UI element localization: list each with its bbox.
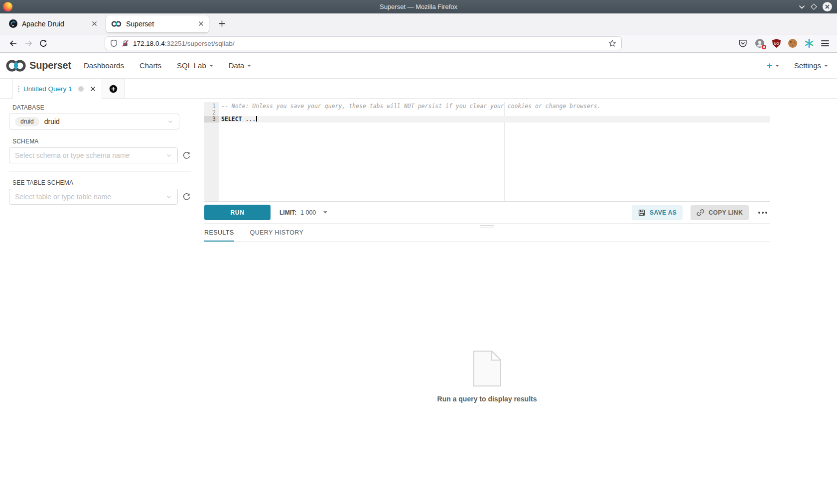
query-tab-active[interactable]: Untitled Query 1 — [12, 79, 102, 99]
tab-label: Superset — [126, 20, 154, 28]
link-icon — [697, 209, 704, 217]
database-select[interactable]: druid druid — [9, 114, 179, 129]
menu-hamburger-icon[interactable] — [821, 39, 829, 48]
superset-logo[interactable] — [5, 58, 27, 73]
new-item-button[interactable]: + — [767, 60, 779, 71]
refresh-table-icon[interactable] — [182, 193, 191, 201]
tab-close-icon[interactable] — [92, 21, 97, 26]
druid-favicon — [9, 19, 17, 28]
url-host: 172.18.0.4 — [133, 40, 165, 47]
back-button[interactable] — [6, 36, 21, 50]
window-maximize-icon[interactable] — [811, 3, 817, 10]
save-as-label: SAVE AS — [650, 209, 677, 216]
nav-item-sql-lab[interactable]: SQL Lab — [177, 61, 213, 70]
nav-item-charts[interactable]: Charts — [140, 61, 161, 70]
results-area: Run a query to display results — [204, 242, 770, 504]
schema-placeholder: Select schema or type schema name — [15, 151, 130, 159]
pocket-icon[interactable] — [738, 39, 747, 48]
pane-resize-handle[interactable] — [480, 225, 494, 228]
nav-label: Data — [229, 61, 245, 70]
query-status-dot — [78, 86, 84, 92]
chevron-down-icon — [167, 119, 173, 125]
sql-keyword: SELECT — [221, 116, 242, 123]
url-bar[interactable]: 172.18.0.4:32251/superset/sqllab/ — [105, 36, 622, 50]
table-select[interactable]: Select table or type table name — [9, 189, 178, 205]
plus-circle-icon — [109, 85, 118, 93]
brand-title[interactable]: Superset — [29, 60, 71, 71]
editor-toolbar: RUN LIMIT: 1 000 SAVE AS — [204, 202, 770, 224]
run-button[interactable]: RUN — [204, 205, 271, 220]
refresh-schema-icon[interactable] — [182, 151, 191, 160]
ublock-origin-icon[interactable]: UO — [772, 39, 781, 48]
code-text: ... — [242, 116, 256, 123]
code-blank-line — [219, 110, 770, 116]
asterisk-extension-icon[interactable] — [805, 39, 814, 48]
table-placeholder: Select table or type table name — [15, 193, 111, 201]
sqllab-editor-panel: 1 2 3 -- Note: Unless you save your quer… — [199, 99, 837, 504]
database-value: druid — [44, 118, 60, 126]
nav-label: SQL Lab — [177, 61, 206, 70]
tab-results[interactable]: RESULTS — [204, 229, 234, 242]
superset-navbar: Superset Dashboards Charts SQL Lab Data … — [0, 53, 837, 79]
nav-item-dashboards[interactable]: Dashboards — [84, 61, 124, 70]
new-tab-button[interactable] — [216, 17, 228, 30]
superset-favicon — [111, 20, 122, 27]
plus-icon: + — [767, 60, 772, 71]
chevron-down-icon — [209, 65, 213, 67]
tab-close-icon[interactable] — [198, 21, 204, 26]
table-schema-label: SEE TABLE SCHEMA — [12, 179, 191, 186]
url-path: :32251/superset/sqllab/ — [165, 40, 235, 47]
limit-value: 1 000 — [300, 209, 316, 216]
browser-tab-apache-druid[interactable]: Apache Druid — [4, 15, 102, 32]
url-text: 172.18.0.4:32251/superset/sqllab/ — [133, 40, 234, 47]
firefox-logo-icon — [3, 2, 12, 11]
window-title: Superset — Mozilla Firefox — [0, 3, 837, 10]
query-tab-title: Untitled Query 1 — [23, 85, 72, 93]
window-close-icon[interactable] — [823, 2, 832, 11]
results-tab-bar: RESULTS QUERY HISTORY — [204, 229, 770, 242]
code-active-line: SELECT ... — [219, 116, 770, 123]
tracking-shield-icon[interactable] — [110, 39, 118, 47]
save-icon — [638, 209, 646, 217]
browser-tab-superset[interactable]: Superset — [106, 15, 209, 32]
account-container-icon[interactable]: ✕ — [755, 38, 765, 48]
window-minimize-icon[interactable] — [799, 5, 805, 9]
browser-nav-toolbar: 172.18.0.4:32251/superset/sqllab/ ✕ UO — [0, 34, 837, 53]
copy-link-label: COPY LINK — [708, 209, 743, 216]
settings-menu[interactable]: Settings — [794, 61, 828, 70]
insecure-lock-icon[interactable] — [122, 39, 129, 47]
more-options-icon[interactable] — [756, 209, 770, 217]
chevron-down-icon — [775, 65, 779, 67]
window-titlebar: Superset — Mozilla Firefox — [0, 0, 837, 13]
schema-select[interactable]: Select schema or type schema name — [9, 147, 178, 163]
settings-label: Settings — [794, 61, 821, 70]
query-tab-close-icon[interactable] — [90, 86, 96, 92]
tab-query-history[interactable]: QUERY HISTORY — [250, 229, 304, 241]
caret-down-icon — [323, 211, 327, 214]
editor-content[interactable]: -- Note: Unless you save your query, the… — [219, 102, 770, 201]
forward-button[interactable] — [21, 36, 36, 50]
editor-gutter: 1 2 3 — [204, 102, 219, 201]
schema-label: SCHEMA — [12, 138, 191, 145]
limit-label: LIMIT: — [279, 209, 296, 216]
code-comment-line: -- Note: Unless you save your query, the… — [219, 103, 770, 110]
chevron-down-icon — [166, 152, 172, 158]
save-as-button[interactable]: SAVE AS — [632, 205, 683, 220]
database-tag: druid — [15, 117, 39, 126]
nav-label: Dashboards — [84, 61, 124, 70]
text-cursor — [256, 116, 257, 122]
limit-dropdown[interactable]: LIMIT: 1 000 — [279, 209, 327, 216]
sql-editor[interactable]: 1 2 3 -- Note: Unless you save your quer… — [204, 102, 770, 202]
chevron-down-icon — [824, 65, 828, 67]
tab-label: Apache Druid — [22, 20, 64, 28]
add-query-tab-button[interactable] — [102, 79, 125, 99]
drag-handle-icon[interactable] — [18, 85, 19, 93]
bookmark-star-icon[interactable] — [608, 39, 616, 47]
nav-label: Charts — [140, 61, 161, 70]
empty-results-message: Run a query to display results — [437, 395, 537, 403]
copy-link-button[interactable]: COPY LINK — [691, 205, 749, 220]
sqllab-left-panel: DATABASE druid druid SCHEMA Select schem… — [0, 99, 199, 504]
nav-item-data[interactable]: Data — [229, 61, 252, 70]
cookie-extension-icon[interactable] — [788, 39, 797, 48]
reload-button[interactable] — [36, 36, 51, 50]
